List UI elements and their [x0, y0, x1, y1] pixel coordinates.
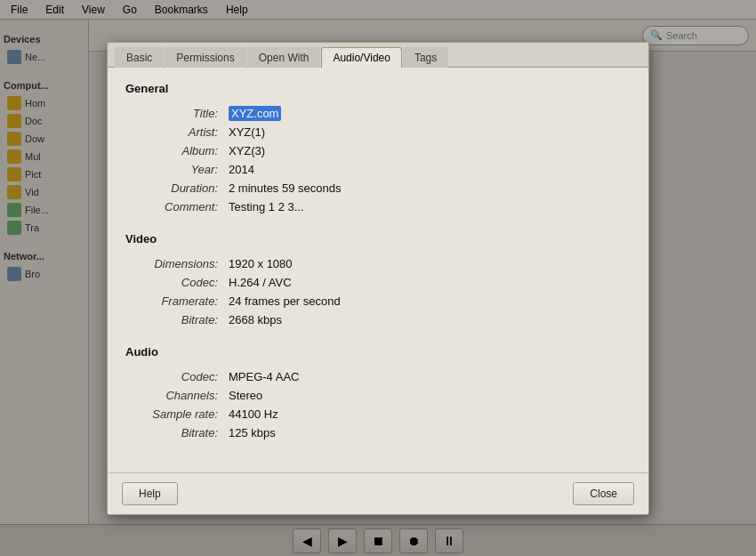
table-row: Sample rate: 44100 Hz — [125, 405, 631, 423]
table-row: Channels: Stereo — [125, 386, 631, 405]
table-row: Artist: XYZ(1) — [125, 123, 631, 141]
field-value-video-bitrate: 2668 kbps — [223, 310, 631, 329]
field-label-audio-bitrate: Bitrate: — [125, 423, 223, 442]
tab-tags[interactable]: Tags — [403, 47, 448, 68]
tab-bar: Basic Permissions Open With Audio/Video … — [108, 43, 648, 68]
close-button[interactable]: Close — [573, 482, 634, 505]
video-table: Dimensions: 1920 x 1080 Codec: H.264 / A… — [125, 254, 631, 329]
field-label-video-bitrate: Bitrate: — [125, 310, 223, 329]
field-value-codec: H.264 / AVC — [223, 273, 631, 292]
field-label-album: Album: — [125, 141, 223, 160]
field-label-channels: Channels: — [125, 386, 223, 405]
general-table: Title: XYZ.com Artist: XYZ(1) Album: XYZ… — [125, 104, 631, 216]
help-button[interactable]: Help — [122, 482, 178, 505]
table-row: Comment: Testing 1 2 3... — [125, 197, 631, 216]
field-value-artist: XYZ(1) — [223, 123, 631, 141]
video-section-title: Video — [125, 232, 631, 246]
table-row: Bitrate: 125 kbps — [125, 423, 631, 442]
field-label-dimensions: Dimensions: — [125, 254, 223, 273]
properties-dialog: Basic Permissions Open With Audio/Video … — [107, 42, 649, 515]
field-label-year: Year: — [125, 160, 223, 179]
field-value-dimensions: 1920 x 1080 — [223, 254, 631, 273]
table-row: Codec: H.264 / AVC — [125, 273, 631, 292]
dialog-footer: Help Close — [108, 472, 648, 514]
field-value-audio-bitrate: 125 kbps — [223, 423, 631, 442]
field-value-year: 2014 — [223, 160, 631, 179]
audio-table: Codec: MPEG-4 AAC Channels: Stereo Sampl… — [125, 367, 631, 442]
field-value-duration: 2 minutes 59 seconds — [223, 179, 631, 197]
field-value-title[interactable]: XYZ.com — [223, 104, 631, 123]
field-label-duration: Duration: — [125, 179, 223, 197]
table-row: Title: XYZ.com — [125, 104, 631, 123]
dialog-overlay: Basic Permissions Open With Audio/Video … — [0, 0, 756, 556]
title-selected-text[interactable]: XYZ.com — [229, 106, 281, 121]
field-value-comment: Testing 1 2 3... — [223, 197, 631, 216]
field-label-title: Title: — [125, 104, 223, 123]
field-label-artist: Artist: — [125, 123, 223, 141]
tab-open-with[interactable]: Open With — [247, 47, 321, 68]
table-row: Framerate: 24 frames per second — [125, 292, 631, 310]
tab-audio-video[interactable]: Audio/Video — [321, 47, 402, 68]
field-value-sample-rate: 44100 Hz — [223, 405, 631, 423]
field-value-channels: Stereo — [223, 386, 631, 405]
field-value-framerate: 24 frames per second — [223, 292, 631, 310]
field-label-audio-codec: Codec: — [125, 367, 223, 386]
table-row: Year: 2014 — [125, 160, 631, 179]
field-label-framerate: Framerate: — [125, 292, 223, 310]
field-label-codec: Codec: — [125, 273, 223, 292]
general-section-title: General — [125, 82, 631, 95]
audio-section-title: Audio — [125, 345, 631, 359]
field-label-comment: Comment: — [125, 197, 223, 216]
tab-permissions[interactable]: Permissions — [165, 47, 245, 68]
table-row: Bitrate: 2668 kbps — [125, 310, 631, 329]
field-label-sample-rate: Sample rate: — [125, 405, 223, 423]
table-row: Codec: MPEG-4 AAC — [125, 367, 631, 386]
table-row: Dimensions: 1920 x 1080 — [125, 254, 631, 273]
dialog-content: General Title: XYZ.com Artist: XYZ(1) Al… — [108, 68, 648, 472]
field-value-audio-codec: MPEG-4 AAC — [223, 367, 631, 386]
table-row: Duration: 2 minutes 59 seconds — [125, 179, 631, 197]
tab-basic[interactable]: Basic — [115, 47, 164, 68]
table-row: Album: XYZ(3) — [125, 141, 631, 160]
field-value-album: XYZ(3) — [223, 141, 631, 160]
